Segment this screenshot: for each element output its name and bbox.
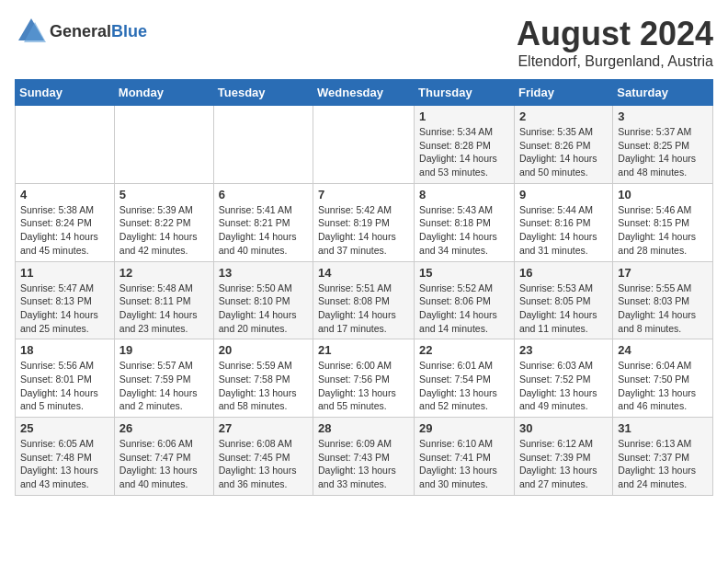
day-number: 24 [618,343,708,357]
day-info: Sunrise: 5:39 AM Sunset: 8:22 PM Dayligh… [119,203,209,258]
day-info: Sunrise: 5:44 AM Sunset: 8:16 PM Dayligh… [519,203,608,258]
day-info: Sunrise: 6:05 AM Sunset: 7:48 PM Dayligh… [20,437,109,491]
day-info: Sunrise: 5:41 AM Sunset: 8:21 PM Dayligh… [219,203,308,258]
day-info: Sunrise: 5:56 AM Sunset: 8:01 PM Dayligh… [20,359,109,413]
day-number: 31 [618,421,708,435]
calendar-cell: 17Sunrise: 5:55 AM Sunset: 8:03 PM Dayli… [613,261,713,339]
day-info: Sunrise: 5:38 AM Sunset: 8:24 PM Dayligh… [20,203,109,258]
day-info: Sunrise: 6:00 AM Sunset: 7:56 PM Dayligh… [318,359,409,413]
day-number: 6 [219,188,308,201]
calendar-cell: 15Sunrise: 5:52 AM Sunset: 8:06 PM Dayli… [415,261,515,339]
day-number: 28 [318,421,409,435]
day-number: 8 [419,188,509,201]
day-number: 17 [618,266,708,280]
header-thursday: Thursday [415,80,515,106]
calendar-cell [16,106,115,184]
day-info: Sunrise: 6:09 AM Sunset: 7:43 PM Dayligh… [318,437,409,491]
calendar-cell: 11Sunrise: 5:47 AM Sunset: 8:13 PM Dayli… [16,261,115,339]
day-info: Sunrise: 5:52 AM Sunset: 8:06 PM Dayligh… [419,282,509,336]
day-number: 13 [219,266,308,280]
calendar-cell: 25Sunrise: 6:05 AM Sunset: 7:48 PM Dayli… [16,418,115,496]
header-saturday: Saturday [613,80,713,106]
day-number: 2 [519,109,608,123]
day-info: Sunrise: 6:06 AM Sunset: 7:47 PM Dayligh… [119,437,209,491]
calendar-cell: 4Sunrise: 5:38 AM Sunset: 8:24 PM Daylig… [16,183,115,261]
day-number: 16 [519,266,608,280]
calendar-cell: 13Sunrise: 5:50 AM Sunset: 8:10 PM Dayli… [213,261,313,339]
day-info: Sunrise: 5:47 AM Sunset: 8:13 PM Dayligh… [20,282,109,336]
day-number: 19 [119,343,209,357]
logo-icon [15,15,48,48]
day-number: 18 [20,343,109,357]
calendar-cell [313,106,415,184]
calendar-cell: 19Sunrise: 5:57 AM Sunset: 7:59 PM Dayli… [114,339,213,418]
header-monday: Monday [114,80,213,106]
day-info: Sunrise: 5:51 AM Sunset: 8:08 PM Dayligh… [318,282,409,336]
day-info: Sunrise: 5:59 AM Sunset: 7:58 PM Dayligh… [219,359,308,413]
calendar-cell: 22Sunrise: 6:01 AM Sunset: 7:54 PM Dayli… [415,339,515,418]
calendar-cell: 20Sunrise: 5:59 AM Sunset: 7:58 PM Dayli… [213,339,313,418]
calendar-cell: 18Sunrise: 5:56 AM Sunset: 8:01 PM Dayli… [16,339,115,418]
day-number: 20 [219,343,308,357]
day-number: 29 [419,421,509,435]
calendar-cell: 28Sunrise: 6:09 AM Sunset: 7:43 PM Dayli… [313,418,415,496]
day-number: 27 [219,421,308,435]
day-info: Sunrise: 5:34 AM Sunset: 8:28 PM Dayligh… [419,125,509,179]
calendar-week-3: 11Sunrise: 5:47 AM Sunset: 8:13 PM Dayli… [16,261,713,339]
calendar-cell: 23Sunrise: 6:03 AM Sunset: 7:52 PM Dayli… [514,339,612,418]
day-number: 10 [618,188,708,201]
calendar-week-4: 18Sunrise: 5:56 AM Sunset: 8:01 PM Dayli… [16,339,713,418]
calendar-week-5: 25Sunrise: 6:05 AM Sunset: 7:48 PM Dayli… [16,418,713,496]
logo-general: General [50,22,111,40]
day-number: 3 [618,109,708,123]
calendar-cell: 9Sunrise: 5:44 AM Sunset: 8:16 PM Daylig… [514,183,612,261]
month-title: August 2024 [517,15,713,53]
day-number: 4 [20,188,109,201]
calendar-cell: 10Sunrise: 5:46 AM Sunset: 8:15 PM Dayli… [613,183,713,261]
day-info: Sunrise: 5:50 AM Sunset: 8:10 PM Dayligh… [219,282,308,336]
day-number: 12 [119,266,209,280]
calendar-cell: 30Sunrise: 6:12 AM Sunset: 7:39 PM Dayli… [514,418,612,496]
calendar-cell: 24Sunrise: 6:04 AM Sunset: 7:50 PM Dayli… [613,339,713,418]
calendar-cell: 16Sunrise: 5:53 AM Sunset: 8:05 PM Dayli… [514,261,612,339]
day-info: Sunrise: 6:01 AM Sunset: 7:54 PM Dayligh… [419,359,509,413]
day-number: 25 [20,421,109,435]
calendar-cell: 29Sunrise: 6:10 AM Sunset: 7:41 PM Dayli… [415,418,515,496]
header-sunday: Sunday [16,80,115,106]
calendar-cell: 27Sunrise: 6:08 AM Sunset: 7:45 PM Dayli… [213,418,313,496]
day-number: 23 [519,343,608,357]
day-number: 11 [20,266,109,280]
day-info: Sunrise: 6:10 AM Sunset: 7:41 PM Dayligh… [419,437,509,491]
header-friday: Friday [514,80,612,106]
calendar-cell: 2Sunrise: 5:35 AM Sunset: 8:26 PM Daylig… [514,106,612,184]
day-number: 30 [519,421,608,435]
calendar-cell: 1Sunrise: 5:34 AM Sunset: 8:28 PM Daylig… [415,106,515,184]
day-number: 26 [119,421,209,435]
header-tuesday: Tuesday [213,80,313,106]
day-info: Sunrise: 5:48 AM Sunset: 8:11 PM Dayligh… [119,282,209,336]
day-info: Sunrise: 5:46 AM Sunset: 8:15 PM Dayligh… [618,203,708,258]
day-number: 21 [318,343,409,357]
day-info: Sunrise: 5:53 AM Sunset: 8:05 PM Dayligh… [519,282,608,336]
day-number: 9 [519,188,608,201]
calendar-cell [213,106,313,184]
day-info: Sunrise: 5:57 AM Sunset: 7:59 PM Dayligh… [119,359,209,413]
header: GeneralBlue August 2024 Eltendorf, Burge… [15,15,713,70]
header-wednesday: Wednesday [313,80,415,106]
calendar-cell [114,106,213,184]
calendar-cell: 6Sunrise: 5:41 AM Sunset: 8:21 PM Daylig… [213,183,313,261]
logo: GeneralBlue [15,15,147,48]
day-info: Sunrise: 6:03 AM Sunset: 7:52 PM Dayligh… [519,359,608,413]
day-number: 1 [419,109,509,123]
calendar-cell: 5Sunrise: 5:39 AM Sunset: 8:22 PM Daylig… [114,183,213,261]
day-info: Sunrise: 5:43 AM Sunset: 8:18 PM Dayligh… [419,203,509,258]
day-number: 5 [119,188,209,201]
day-info: Sunrise: 5:42 AM Sunset: 8:19 PM Dayligh… [318,203,409,258]
calendar-cell: 7Sunrise: 5:42 AM Sunset: 8:19 PM Daylig… [313,183,415,261]
calendar-cell: 31Sunrise: 6:13 AM Sunset: 7:37 PM Dayli… [613,418,713,496]
day-info: Sunrise: 6:13 AM Sunset: 7:37 PM Dayligh… [618,437,708,491]
day-info: Sunrise: 5:55 AM Sunset: 8:03 PM Dayligh… [618,282,708,336]
day-info: Sunrise: 5:37 AM Sunset: 8:25 PM Dayligh… [618,125,708,179]
calendar-cell: 12Sunrise: 5:48 AM Sunset: 8:11 PM Dayli… [114,261,213,339]
title-area: August 2024 Eltendorf, Burgenland, Austr… [517,15,713,70]
